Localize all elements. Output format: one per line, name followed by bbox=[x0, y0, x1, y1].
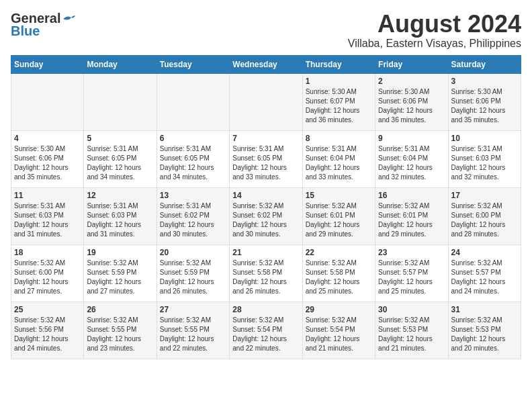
cell-date-number: 13 bbox=[160, 191, 226, 200]
cell-date-number: 23 bbox=[378, 248, 445, 257]
cell-info-text: Sunrise: 5:32 AMSunset: 5:57 PMDaylight:… bbox=[378, 259, 445, 296]
cell-date-number: 1 bbox=[306, 77, 372, 86]
cell-info-text: Sunrise: 5:31 AMSunset: 6:05 PMDaylight:… bbox=[160, 144, 226, 182]
title-area: August 2024 Villaba, Eastern Visayas, Ph… bbox=[348, 11, 521, 50]
calendar-cell bbox=[84, 73, 157, 130]
header-row: SundayMondayTuesdayWednesdayThursdayFrid… bbox=[11, 55, 521, 73]
logo-blue: Blue bbox=[11, 24, 40, 39]
cell-date-number: 19 bbox=[87, 248, 153, 257]
calendar-cell: 12Sunrise: 5:31 AMSunset: 6:03 PMDayligh… bbox=[84, 187, 157, 244]
calendar-cell: 17Sunrise: 5:32 AMSunset: 6:00 PMDayligh… bbox=[448, 187, 521, 244]
calendar-cell: 1Sunrise: 5:30 AMSunset: 6:07 PMDaylight… bbox=[302, 73, 375, 130]
calendar-cell: 13Sunrise: 5:31 AMSunset: 6:02 PMDayligh… bbox=[157, 187, 229, 244]
cell-date-number: 16 bbox=[378, 191, 445, 200]
cell-info-text: Sunrise: 5:31 AMSunset: 6:05 PMDaylight:… bbox=[87, 144, 153, 182]
cell-info-text: Sunrise: 5:30 AMSunset: 6:07 PMDaylight:… bbox=[306, 87, 372, 125]
calendar-cell: 28Sunrise: 5:32 AMSunset: 5:54 PMDayligh… bbox=[230, 302, 302, 359]
cell-info-text: Sunrise: 5:32 AMSunset: 5:56 PMDaylight:… bbox=[14, 316, 81, 353]
cell-info-text: Sunrise: 5:31 AMSunset: 6:02 PMDaylight:… bbox=[160, 201, 226, 239]
calendar-cell: 30Sunrise: 5:32 AMSunset: 5:53 PMDayligh… bbox=[375, 302, 448, 359]
week-row-4: 18Sunrise: 5:32 AMSunset: 6:00 PMDayligh… bbox=[11, 244, 521, 302]
calendar-cell: 29Sunrise: 5:32 AMSunset: 5:54 PMDayligh… bbox=[302, 302, 375, 359]
calendar-cell: 5Sunrise: 5:31 AMSunset: 6:05 PMDaylight… bbox=[84, 130, 157, 187]
cell-info-text: Sunrise: 5:32 AMSunset: 6:01 PMDaylight:… bbox=[378, 201, 445, 239]
cell-info-text: Sunrise: 5:32 AMSunset: 5:54 PMDaylight:… bbox=[232, 316, 299, 353]
calendar-cell: 21Sunrise: 5:32 AMSunset: 5:58 PMDayligh… bbox=[230, 244, 302, 302]
calendar-cell bbox=[157, 73, 229, 130]
cell-info-text: Sunrise: 5:32 AMSunset: 5:53 PMDaylight:… bbox=[451, 316, 518, 353]
cell-info-text: Sunrise: 5:30 AMSunset: 6:06 PMDaylight:… bbox=[451, 87, 518, 125]
calendar-cell: 10Sunrise: 5:31 AMSunset: 6:03 PMDayligh… bbox=[448, 130, 521, 187]
cell-info-text: Sunrise: 5:31 AMSunset: 6:04 PMDaylight:… bbox=[306, 144, 372, 182]
calendar-subtitle: Villaba, Eastern Visayas, Philippines bbox=[348, 38, 521, 50]
calendar-cell: 20Sunrise: 5:32 AMSunset: 5:59 PMDayligh… bbox=[157, 244, 229, 302]
cell-date-number: 17 bbox=[451, 191, 518, 200]
cell-date-number: 26 bbox=[87, 305, 153, 314]
week-row-1: 1Sunrise: 5:30 AMSunset: 6:07 PMDaylight… bbox=[11, 73, 521, 130]
calendar-cell: 9Sunrise: 5:31 AMSunset: 6:04 PMDaylight… bbox=[375, 130, 448, 187]
cell-date-number: 2 bbox=[378, 77, 445, 86]
calendar-cell: 4Sunrise: 5:30 AMSunset: 6:06 PMDaylight… bbox=[11, 130, 84, 187]
calendar-cell: 22Sunrise: 5:32 AMSunset: 5:58 PMDayligh… bbox=[302, 244, 375, 302]
cell-info-text: Sunrise: 5:32 AMSunset: 6:02 PMDaylight:… bbox=[232, 201, 299, 239]
cell-date-number: 15 bbox=[306, 191, 372, 200]
logo: General Blue bbox=[11, 11, 77, 39]
week-row-2: 4Sunrise: 5:30 AMSunset: 6:06 PMDaylight… bbox=[11, 130, 521, 187]
calendar-cell: 8Sunrise: 5:31 AMSunset: 6:04 PMDaylight… bbox=[302, 130, 375, 187]
cell-info-text: Sunrise: 5:32 AMSunset: 5:53 PMDaylight:… bbox=[378, 316, 445, 353]
cell-info-text: Sunrise: 5:32 AMSunset: 5:55 PMDaylight:… bbox=[87, 316, 153, 353]
cell-date-number: 12 bbox=[87, 191, 153, 200]
cell-info-text: Sunrise: 5:32 AMSunset: 6:01 PMDaylight:… bbox=[306, 201, 372, 239]
calendar-cell: 25Sunrise: 5:32 AMSunset: 5:56 PMDayligh… bbox=[11, 302, 84, 359]
calendar-cell: 3Sunrise: 5:30 AMSunset: 6:06 PMDaylight… bbox=[448, 73, 521, 130]
calendar-table: SundayMondayTuesdayWednesdayThursdayFrid… bbox=[11, 55, 521, 359]
calendar-cell: 16Sunrise: 5:32 AMSunset: 6:01 PMDayligh… bbox=[375, 187, 448, 244]
cell-info-text: Sunrise: 5:32 AMSunset: 6:00 PMDaylight:… bbox=[451, 201, 518, 239]
week-row-5: 25Sunrise: 5:32 AMSunset: 5:56 PMDayligh… bbox=[11, 302, 521, 359]
cell-date-number: 18 bbox=[14, 248, 81, 257]
calendar-cell: 6Sunrise: 5:31 AMSunset: 6:05 PMDaylight… bbox=[157, 130, 229, 187]
calendar-cell: 18Sunrise: 5:32 AMSunset: 6:00 PMDayligh… bbox=[11, 244, 84, 302]
cell-date-number: 28 bbox=[232, 305, 299, 314]
cell-date-number: 21 bbox=[232, 248, 299, 257]
cell-info-text: Sunrise: 5:31 AMSunset: 6:05 PMDaylight:… bbox=[232, 144, 299, 182]
cell-info-text: Sunrise: 5:32 AMSunset: 6:00 PMDaylight:… bbox=[14, 259, 81, 296]
calendar-cell: 2Sunrise: 5:30 AMSunset: 6:06 PMDaylight… bbox=[375, 73, 448, 130]
cell-info-text: Sunrise: 5:32 AMSunset: 5:58 PMDaylight:… bbox=[232, 259, 299, 296]
cell-info-text: Sunrise: 5:32 AMSunset: 5:54 PMDaylight:… bbox=[306, 316, 372, 353]
cell-info-text: Sunrise: 5:32 AMSunset: 5:59 PMDaylight:… bbox=[160, 259, 226, 296]
cell-date-number: 31 bbox=[451, 305, 518, 314]
calendar-cell: 31Sunrise: 5:32 AMSunset: 5:53 PMDayligh… bbox=[448, 302, 521, 359]
cell-info-text: Sunrise: 5:31 AMSunset: 6:03 PMDaylight:… bbox=[14, 201, 81, 239]
cell-info-text: Sunrise: 5:32 AMSunset: 5:58 PMDaylight:… bbox=[306, 259, 372, 296]
day-header-saturday: Saturday bbox=[448, 55, 521, 73]
cell-info-text: Sunrise: 5:31 AMSunset: 6:04 PMDaylight:… bbox=[378, 144, 445, 182]
cell-info-text: Sunrise: 5:30 AMSunset: 6:06 PMDaylight:… bbox=[378, 87, 445, 125]
calendar-cell: 26Sunrise: 5:32 AMSunset: 5:55 PMDayligh… bbox=[84, 302, 157, 359]
calendar-cell: 24Sunrise: 5:32 AMSunset: 5:57 PMDayligh… bbox=[448, 244, 521, 302]
calendar-cell: 7Sunrise: 5:31 AMSunset: 6:05 PMDaylight… bbox=[230, 130, 302, 187]
calendar-cell: 19Sunrise: 5:32 AMSunset: 5:59 PMDayligh… bbox=[84, 244, 157, 302]
calendar-cell: 14Sunrise: 5:32 AMSunset: 6:02 PMDayligh… bbox=[230, 187, 302, 244]
calendar-cell bbox=[11, 73, 84, 130]
day-header-wednesday: Wednesday bbox=[230, 55, 302, 73]
day-header-monday: Monday bbox=[84, 55, 157, 73]
calendar-cell: 27Sunrise: 5:32 AMSunset: 5:55 PMDayligh… bbox=[157, 302, 229, 359]
cell-date-number: 24 bbox=[451, 248, 518, 257]
logo-bird-icon bbox=[62, 13, 77, 24]
calendar-cell: 11Sunrise: 5:31 AMSunset: 6:03 PMDayligh… bbox=[11, 187, 84, 244]
cell-date-number: 25 bbox=[14, 305, 81, 314]
cell-info-text: Sunrise: 5:31 AMSunset: 6:03 PMDaylight:… bbox=[451, 144, 518, 182]
cell-date-number: 10 bbox=[451, 134, 518, 143]
calendar-cell: 23Sunrise: 5:32 AMSunset: 5:57 PMDayligh… bbox=[375, 244, 448, 302]
cell-date-number: 9 bbox=[378, 134, 445, 143]
cell-info-text: Sunrise: 5:30 AMSunset: 6:06 PMDaylight:… bbox=[14, 144, 81, 182]
cell-date-number: 8 bbox=[306, 134, 372, 143]
calendar-cell: 15Sunrise: 5:32 AMSunset: 6:01 PMDayligh… bbox=[302, 187, 375, 244]
cell-date-number: 27 bbox=[160, 305, 226, 314]
day-header-sunday: Sunday bbox=[11, 55, 84, 73]
calendar-cell bbox=[230, 73, 302, 130]
cell-info-text: Sunrise: 5:31 AMSunset: 6:03 PMDaylight:… bbox=[87, 201, 153, 239]
cell-info-text: Sunrise: 5:32 AMSunset: 5:59 PMDaylight:… bbox=[87, 259, 153, 296]
cell-date-number: 3 bbox=[451, 77, 518, 86]
